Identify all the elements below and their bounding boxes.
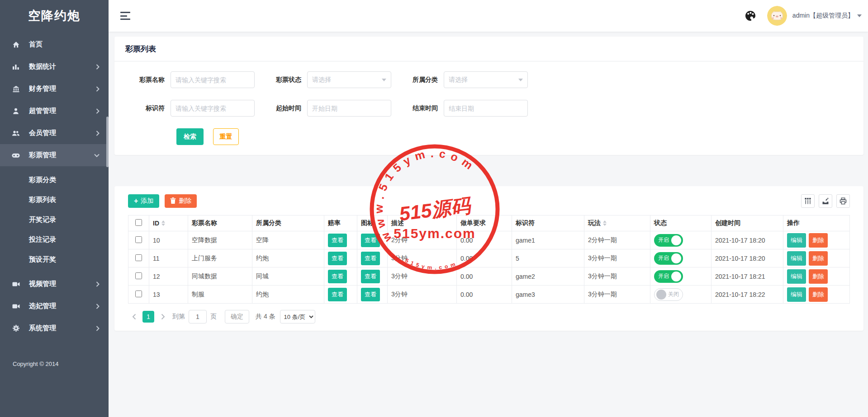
cell-identifier: 5: [512, 249, 584, 267]
page-size-select[interactable]: 10 条/页: [280, 310, 315, 323]
cell-name: 空降数据: [188, 231, 252, 249]
sidebar-item-label: 会员管理: [29, 129, 56, 137]
col-header-ops: 操作: [783, 216, 850, 231]
row-delete-button[interactable]: 删除: [809, 233, 828, 248]
identifier-input[interactable]: [171, 100, 255, 117]
cell-created: 2021-10-17 18:22: [711, 286, 783, 304]
view-icon-button[interactable]: 查看: [361, 288, 380, 301]
end-date-input[interactable]: [444, 100, 528, 117]
user-menu[interactable]: admin【超级管理员】: [792, 12, 854, 20]
sidebar-item-home[interactable]: 首页: [0, 33, 109, 56]
sidebar-subitem-preset-draw[interactable]: 预设开奖: [0, 249, 109, 269]
video-camera-icon: [12, 302, 20, 310]
sidebar-item-superadmin[interactable]: 超管管理: [0, 100, 109, 122]
cell-name: 同城数据: [188, 267, 252, 286]
search-button[interactable]: 检索: [176, 128, 204, 145]
row-delete-button[interactable]: 删除: [809, 287, 828, 302]
sidebar-subitem-bet-records[interactable]: 投注记录: [0, 230, 109, 249]
toggle-knob: [671, 253, 681, 263]
edit-button[interactable]: 编辑: [787, 251, 806, 266]
view-icon-button[interactable]: 查看: [361, 270, 380, 283]
page-title: 彩票列表: [125, 44, 853, 54]
status-toggle[interactable]: 关闭: [654, 288, 683, 301]
print-icon[interactable]: [836, 194, 850, 208]
status-toggle[interactable]: 开启: [654, 252, 683, 265]
cell-requirement: 0.00: [457, 267, 512, 286]
edit-button[interactable]: 编辑: [787, 287, 806, 302]
plus-icon: +: [134, 197, 138, 205]
row-delete-button[interactable]: 删除: [809, 269, 828, 284]
cell-play: 3分钟一期: [584, 286, 650, 304]
cell-name: 制服: [188, 286, 252, 304]
sidebar-item-data-stats[interactable]: 数据统计: [0, 56, 109, 78]
app-title: 空降约炮: [0, 0, 109, 32]
video-camera-icon: [12, 280, 20, 288]
page-number-active[interactable]: 1: [142, 311, 154, 323]
edit-button[interactable]: 编辑: [787, 269, 806, 284]
row-delete-button[interactable]: 删除: [809, 251, 828, 266]
sidebar-subitem-lottery-category[interactable]: 彩票分类: [0, 170, 109, 190]
cell-desc: 3分钟: [388, 286, 457, 304]
sidebar-item-finance[interactable]: 财务管理: [0, 78, 109, 100]
reset-button[interactable]: 重置: [213, 128, 239, 145]
sidebar-scrollbar[interactable]: [106, 117, 109, 167]
export-icon[interactable]: [819, 194, 832, 208]
add-button[interactable]: + 添加: [128, 194, 159, 208]
table-header-row: ID 彩票名称 所属分类 赔率 图标 描述 做单要求 标识符 玩法 状态 创建时…: [128, 216, 850, 231]
sidebar: 空降约炮 首页 数据统计 财务管理: [0, 0, 109, 417]
lottery-table: ID 彩票名称 所属分类 赔率 图标 描述 做单要求 标识符 玩法 状态 创建时…: [128, 215, 850, 304]
view-odds-button[interactable]: 查看: [328, 234, 347, 247]
sidebar-item-label: 超管管理: [29, 107, 56, 115]
view-odds-button[interactable]: 查看: [328, 288, 347, 301]
sidebar-subitem-draw-records[interactable]: 开奖记录: [0, 210, 109, 230]
toggle-columns-icon[interactable]: [801, 194, 815, 208]
hamburger-menu-icon[interactable]: [120, 12, 131, 20]
trash-icon: [170, 197, 176, 205]
col-header-icon: 图标: [357, 216, 388, 231]
caret-down-icon[interactable]: [857, 14, 862, 17]
status-toggle[interactable]: 开启: [654, 234, 683, 247]
cell-id: 13: [149, 286, 188, 304]
lottery-status-select[interactable]: 请选择: [307, 71, 391, 88]
select-all-checkbox[interactable]: [135, 219, 142, 226]
start-date-input[interactable]: [307, 100, 391, 117]
chevron-right-icon: [96, 304, 100, 309]
view-icon-button[interactable]: 查看: [361, 234, 380, 247]
sidebar-item-video[interactable]: 视频管理: [0, 273, 109, 295]
lottery-status-label: 彩票状态: [262, 76, 307, 84]
view-odds-button[interactable]: 查看: [328, 252, 347, 265]
sort-icon: [161, 220, 165, 226]
lottery-name-label: 彩票名称: [125, 76, 171, 84]
sidebar-item-lottery[interactable]: 彩票管理: [0, 144, 109, 166]
sidebar-subitem-lottery-list[interactable]: 彩票列表: [0, 190, 109, 210]
next-page-icon[interactable]: [157, 311, 169, 323]
goto-page-input[interactable]: [189, 310, 207, 323]
cell-requirement: 0.00: [457, 249, 512, 267]
col-header-id[interactable]: ID: [149, 216, 188, 231]
table-row: 12 同城数据 同城 查看 查看 3分钟 0.00 game2 3分钟一期 开启…: [128, 267, 850, 286]
avatar[interactable]: [767, 6, 787, 26]
edit-button[interactable]: 编辑: [787, 233, 806, 248]
sidebar-item-members[interactable]: 会员管理: [0, 122, 109, 144]
row-checkbox[interactable]: [135, 236, 142, 243]
delete-button[interactable]: 删除: [165, 194, 197, 208]
view-icon-button[interactable]: 查看: [361, 252, 380, 265]
status-toggle[interactable]: 开启: [654, 270, 683, 283]
palette-icon[interactable]: [745, 10, 756, 22]
chevron-right-icon: [96, 64, 100, 70]
sidebar-item-concubine[interactable]: 选妃管理: [0, 295, 109, 317]
divider: [114, 61, 863, 61]
goto-confirm-button[interactable]: 确定: [225, 310, 249, 323]
col-header-status: 状态: [650, 216, 711, 231]
sidebar-item-system[interactable]: 系统管理: [0, 317, 109, 339]
view-odds-button[interactable]: 查看: [328, 270, 347, 283]
screen: 空降约炮 首页 数据统计 财务管理: [0, 0, 868, 417]
prev-page-icon[interactable]: [128, 311, 140, 323]
bar-chart-icon: [12, 63, 20, 71]
row-checkbox[interactable]: [135, 272, 142, 279]
category-select[interactable]: 请选择: [444, 71, 528, 88]
lottery-name-input[interactable]: [171, 71, 255, 88]
col-header-play[interactable]: 玩法: [584, 216, 650, 231]
row-checkbox[interactable]: [135, 254, 142, 261]
row-checkbox[interactable]: [135, 290, 142, 297]
